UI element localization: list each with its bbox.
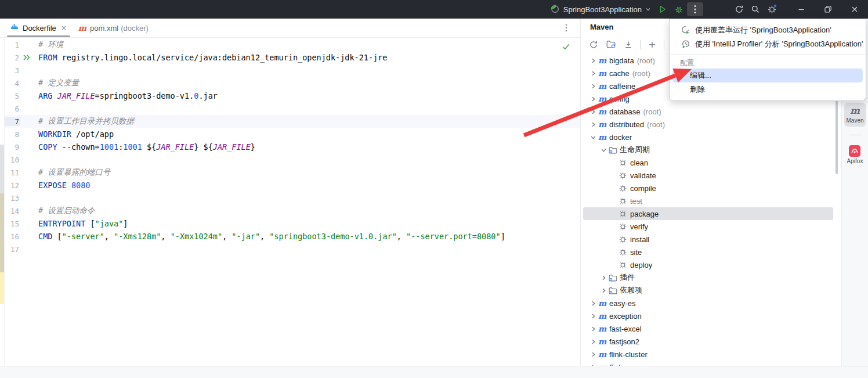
code-line-10[interactable]: 10 xyxy=(0,153,580,166)
menu-item-使用覆盖率运行SpringBoot3Ap[interactable]: 使用覆盖率运行 'SpringBoot3Application' xyxy=(670,23,866,37)
chevron-right-icon[interactable] xyxy=(588,300,598,307)
run-button[interactable] xyxy=(654,2,671,16)
chevron-right-icon[interactable] xyxy=(588,351,598,358)
tab-options-icon[interactable] xyxy=(565,23,567,35)
stripe-divider xyxy=(849,135,861,135)
maven-tree-item-docker[interactable]: mdocker xyxy=(581,131,841,143)
code-line-1[interactable]: 1# 环境 xyxy=(0,38,580,51)
ide-window: SpringBoot3Application Dockerfile xyxy=(0,0,868,378)
sync-projects-icon[interactable] xyxy=(587,38,601,52)
tab-pom-xml[interactable]: m pom.xml (docker) xyxy=(73,19,154,37)
minimize-button[interactable] xyxy=(788,0,815,19)
chevron-right-icon[interactable] xyxy=(598,287,609,294)
code-line-14[interactable]: 14# 设置启动命令 xyxy=(0,204,580,217)
tree-item-label: validate xyxy=(630,171,656,180)
run-config-name: SpringBoot3Application xyxy=(563,5,642,14)
maven-scrollbar[interactable] xyxy=(836,99,838,174)
code-line-17[interactable]: 17 xyxy=(0,243,580,255)
download-sources-icon[interactable] xyxy=(621,38,635,52)
maven-tree-item-verify[interactable]: verify xyxy=(581,220,841,233)
search-icon[interactable] xyxy=(747,2,764,16)
chevron-right-icon[interactable] xyxy=(588,326,598,332)
maven-tree-item-fastjson2[interactable]: mfastjson2 xyxy=(581,335,841,348)
maven-tree-item-database[interactable]: mdatabase(root) xyxy=(581,105,841,118)
maven-tree-item-插件[interactable]: 插件 xyxy=(581,271,841,284)
chevron-right-icon[interactable] xyxy=(588,109,598,115)
restore-button[interactable] xyxy=(815,0,841,19)
maven-tree-item-flink-cluster[interactable]: mflink-cluster xyxy=(581,348,841,361)
code-line-8[interactable]: 8WORKDIR /opt/app xyxy=(0,128,580,141)
generate-sources-icon[interactable] xyxy=(604,38,618,52)
chevron-right-icon[interactable] xyxy=(588,83,598,89)
stripe-maven-button[interactable]: m Maven xyxy=(844,103,865,127)
maven-module-icon: m xyxy=(598,81,609,91)
code-line-7[interactable]: 7# 设置工作目录并拷贝数据 xyxy=(0,115,580,128)
close-button[interactable] xyxy=(841,0,868,19)
code-text: # 设置暴露的端口号 xyxy=(38,167,110,178)
add-run-configuration-icon[interactable] xyxy=(645,38,659,52)
maven-tree-item-clean[interactable]: clean xyxy=(581,156,841,169)
tree-item-label: clean xyxy=(630,159,648,167)
maven-tree-item-compile[interactable]: compile xyxy=(581,182,841,195)
tree-item-label: fastjson2 xyxy=(609,337,639,346)
debug-button[interactable] xyxy=(671,2,687,16)
menu-separator xyxy=(670,54,866,55)
maven-module-icon: m xyxy=(598,107,609,116)
maven-tree-item-install[interactable]: install xyxy=(581,233,841,246)
chevron-down-icon[interactable] xyxy=(598,147,609,153)
code-line-15[interactable]: 15ENTRYPOINT ["java"] xyxy=(0,217,580,230)
maven-tree-item-test[interactable]: test xyxy=(581,195,841,207)
inspections-ok-icon[interactable] xyxy=(562,42,570,52)
code-line-5[interactable]: 5ARG JAR_FILE=springboot3-demo-v1.0.jar xyxy=(0,89,580,102)
code-line-9[interactable]: 9COPY --chown=1001:1001 ${JAR_FILE} ${JA… xyxy=(0,141,580,153)
code-line-12[interactable]: 12EXPOSE 8080 xyxy=(0,179,580,192)
maven-module-icon: m xyxy=(598,120,609,129)
menu-item-使用IntelliJProfiler分析[interactable]: 使用 'IntelliJ Profiler' 分析 'SpringBoot3Ap… xyxy=(670,37,866,51)
maven-tree-item-exception[interactable]: mexception xyxy=(581,309,841,322)
tab-dockerfile[interactable]: Dockerfile xyxy=(5,19,73,37)
code-line-2[interactable]: 2FROM registry.lingo.local/service/java:… xyxy=(0,51,580,64)
goal-gear-icon xyxy=(619,223,630,231)
chevron-right-icon[interactable] xyxy=(598,275,609,281)
chevron-right-icon[interactable] xyxy=(588,364,598,366)
menu-item-编辑[interactable]: 编辑... xyxy=(670,69,866,82)
maven-tree-item-easy-es[interactable]: measy-es xyxy=(581,297,841,309)
more-actions-button[interactable] xyxy=(687,2,703,16)
sync-button[interactable] xyxy=(731,2,747,16)
chevron-right-icon[interactable] xyxy=(588,121,598,128)
chevron-down-icon[interactable] xyxy=(588,134,598,141)
code-line-4[interactable]: 4# 定义变量 xyxy=(0,77,580,89)
tree-item-label: 插件 xyxy=(620,272,635,283)
maven-tree-item-fast-excel[interactable]: mfast-excel xyxy=(581,322,841,335)
code-line-11[interactable]: 11# 设置暴露的端口号 xyxy=(0,166,580,179)
chevron-right-icon[interactable] xyxy=(588,96,598,102)
run-line-icon[interactable] xyxy=(20,54,33,61)
settings-button[interactable] xyxy=(764,2,780,16)
editor[interactable]: 1# 环境2FROM registry.lingo.local/service/… xyxy=(0,38,580,366)
maven-tree-item-site[interactable]: site xyxy=(581,246,841,258)
run-actions-menu: 使用覆盖率运行 'SpringBoot3Application'使用 'Inte… xyxy=(669,19,866,101)
close-tab-icon[interactable] xyxy=(61,25,67,31)
code-line-6[interactable]: 6 xyxy=(0,102,580,115)
chevron-right-icon[interactable] xyxy=(588,57,598,64)
code-line-16[interactable]: 16CMD ["-server", "-Xms128m", "-Xmx1024m… xyxy=(0,230,580,243)
maven-tree-item-package[interactable]: package xyxy=(581,207,841,220)
chevron-right-icon[interactable] xyxy=(588,70,598,77)
tree-item-label: bigdata xyxy=(609,56,634,65)
maven-tree-item-validate[interactable]: validate xyxy=(581,169,841,182)
maven-module-icon: m xyxy=(598,132,609,142)
lifecycle-folder-icon xyxy=(609,146,620,154)
chevron-right-icon[interactable] xyxy=(588,313,598,319)
maven-tree-item-deploy[interactable]: deploy xyxy=(581,258,841,271)
maven-tree-item-distributed[interactable]: mdistributed(root) xyxy=(581,118,841,131)
maven-tree-item-依赖项[interactable]: 依赖项 xyxy=(581,284,841,297)
tree-item-label: compile xyxy=(630,184,656,193)
chevron-right-icon[interactable] xyxy=(588,339,598,345)
menu-item-删除[interactable]: 删除 xyxy=(670,82,866,96)
maven-tree-item-flink-[interactable]: mflink- xyxy=(581,361,841,366)
stripe-apifox-button[interactable]: Apifox xyxy=(845,142,865,167)
code-line-13[interactable]: 13 xyxy=(0,192,580,204)
run-configuration-selector[interactable]: SpringBoot3Application xyxy=(546,3,654,16)
maven-tree-item-生命周期[interactable]: 生命周期 xyxy=(581,143,841,156)
code-line-3[interactable]: 3 xyxy=(0,64,580,77)
